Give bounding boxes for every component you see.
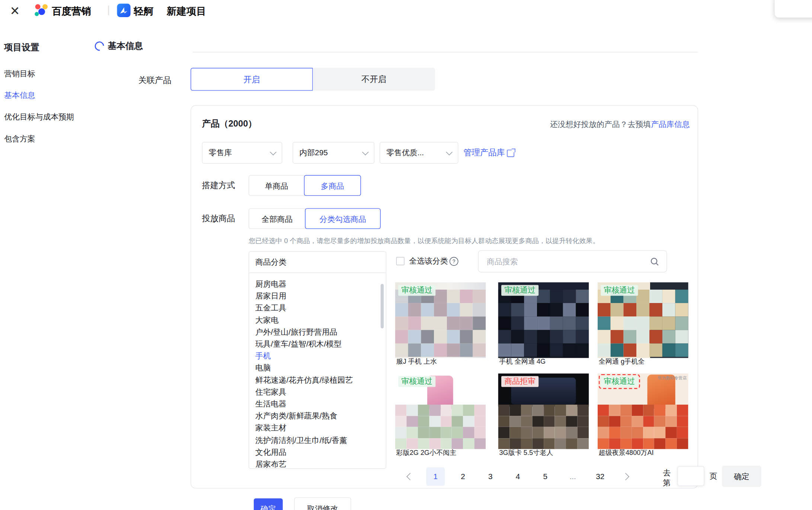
category-item[interactable]: 玩具/童车/益智/积木/模型 xyxy=(255,338,386,350)
page-button[interactable]: 2 xyxy=(454,467,472,486)
category-panel: 商品分类 厨房电器 居家日用 五金工具 大家电 户外/登山/旅行野营用品 玩具/… xyxy=(249,251,386,469)
delivery-by-category-button[interactable]: 分类勾选商品 xyxy=(305,208,381,229)
page-button[interactable]: 4 xyxy=(509,467,527,486)
section-divider xyxy=(193,52,698,52)
product-card[interactable]: 手机 全网通 4G 审核通过 xyxy=(498,282,589,365)
build-mode-single-button[interactable]: 单商品 xyxy=(249,175,304,196)
close-icon[interactable]: × xyxy=(10,1,19,21)
app-window: × 百度营销 | 轻舸 新建项目 项目设置 营销目标 基本信息 优化目标与成本预… xyxy=(0,0,812,510)
chevron-down-icon xyxy=(362,149,369,155)
product-card[interactable]: 服J 手机 上水 审核通过 xyxy=(395,282,486,365)
product-label: 服J 手机 上水 xyxy=(396,358,485,365)
category-item[interactable]: 文化用品 xyxy=(255,446,386,458)
build-mode-label: 搭建方式 xyxy=(202,180,235,191)
sidebar-item-included-plans[interactable]: 包含方案 xyxy=(4,134,35,144)
section-title: 基本信息 xyxy=(108,40,143,52)
product-card[interactable]: 华为数码专营店 超级夜景4800万AI 审核通过 xyxy=(598,373,688,456)
category-item[interactable]: 鲜花速递/花卉仿真/绿植园艺 xyxy=(255,374,386,386)
page-button[interactable]: 1 xyxy=(426,467,445,486)
manage-product-library-link[interactable]: 管理产品库 xyxy=(463,148,514,159)
brand-separator: | xyxy=(107,4,110,16)
catalog-dropdown-value: 内部295 xyxy=(299,148,328,157)
page-title: 新建项目 xyxy=(167,5,206,18)
category-item[interactable]: 生活电器 xyxy=(255,398,386,410)
status-badge: 审核通过 xyxy=(601,285,638,296)
product-search-input[interactable] xyxy=(486,256,650,266)
product-card[interactable]: 3G版卡 5.5寸老人 商品拒审 xyxy=(498,373,589,456)
sidebar-item-marketing-goal[interactable]: 营销目标 xyxy=(4,69,35,79)
selection-hint: 您已经选中 0 个商品，请您尽量多的增加投放商品数量，以便系统能为目标人群动态展… xyxy=(249,236,600,246)
account-card[interactable] xyxy=(775,0,812,17)
status-badge: 审核通过 xyxy=(398,285,435,296)
product-card[interactable]: 全网通 g手机全 审核通过 xyxy=(598,282,688,365)
quality-dropdown-value: 零售优质... xyxy=(386,148,424,157)
quality-dropdown[interactable]: 零售优质... xyxy=(380,142,458,163)
goto-page-prefix: 去第 xyxy=(663,468,672,488)
cancel-edit-button[interactable]: 取消修改 xyxy=(294,497,351,510)
brand-qingge-label: 轻舸 xyxy=(134,5,153,18)
catalog-dropdown[interactable]: 内部295 xyxy=(292,142,374,163)
chevron-down-icon xyxy=(270,149,276,155)
prefill-product-library-link[interactable]: 产品库信息 xyxy=(651,119,690,128)
page-button[interactable]: 5 xyxy=(536,467,554,486)
category-item[interactable]: 电脑 xyxy=(255,362,386,374)
manage-link-label: 管理产品库 xyxy=(463,148,505,159)
category-item[interactable]: 居家日用 xyxy=(255,290,386,302)
build-mode-multi-button[interactable]: 多商品 xyxy=(304,175,361,196)
category-item[interactable]: 五金工具 xyxy=(255,302,386,313)
product-label: 3G版卡 5.5寸老人 xyxy=(499,449,588,456)
search-icon xyxy=(650,257,659,266)
status-badge: 商品拒审 xyxy=(501,376,538,387)
related-product-label: 关联产品 xyxy=(138,75,172,86)
prev-page-button[interactable] xyxy=(403,467,418,486)
info-icon[interactable] xyxy=(450,257,458,266)
category-item-selected[interactable]: 手机 xyxy=(255,350,386,362)
product-label: 彩版2G 2G小不阅主 xyxy=(396,449,485,456)
category-item[interactable]: 户外/登山/旅行野营用品 xyxy=(255,326,386,338)
category-item[interactable]: 大家电 xyxy=(255,314,386,326)
brand-baidu-label: 百度营销 xyxy=(52,5,91,18)
page-button[interactable]: 32 xyxy=(591,467,610,486)
mosaic-overlay xyxy=(395,290,486,357)
mosaic-overlay xyxy=(598,290,688,357)
product-card[interactable]: 彩版2G 2G小不阅主 审核通过 xyxy=(395,373,486,456)
product-search xyxy=(478,250,667,272)
category-item[interactable]: 厨房电器 xyxy=(255,278,386,290)
prefill-text: 还没想好投放的产品？去预填 xyxy=(550,119,651,128)
library-dropdown[interactable]: 零售库 xyxy=(202,142,282,163)
category-item[interactable]: 居家布艺 xyxy=(255,458,386,469)
select-all-checkbox[interactable] xyxy=(396,257,405,265)
category-panel-header: 商品分类 xyxy=(249,252,386,273)
mosaic-overlay xyxy=(598,405,688,449)
sidebar-item-basic-info[interactable]: 基本信息 xyxy=(4,91,35,101)
status-badge: 审核通过 xyxy=(501,285,538,296)
related-product-on-button[interactable]: 开启 xyxy=(191,68,313,90)
product-label: 全网通 g手机全 xyxy=(599,358,687,365)
delivery-all-products-button[interactable]: 全部商品 xyxy=(249,208,306,229)
goto-confirm-button[interactable]: 确定 xyxy=(722,466,761,487)
delivery-mode-label: 投放商品 xyxy=(202,213,235,224)
library-dropdown-value: 零售库 xyxy=(209,148,232,157)
product-label: 手机 全网通 4G xyxy=(499,358,588,365)
sidebar-item-optimization-goal[interactable]: 优化目标与成本预期 xyxy=(4,112,74,122)
category-scrollbar[interactable] xyxy=(381,284,384,329)
category-item[interactable]: 家装主材 xyxy=(255,422,386,434)
goto-page-input[interactable] xyxy=(677,466,704,486)
goto-page-suffix: 页 xyxy=(709,471,717,481)
external-link-icon xyxy=(507,149,514,156)
store-watermark: 华为数码专营店 xyxy=(658,375,687,381)
next-page-button[interactable] xyxy=(618,467,633,486)
confirm-button[interactable]: 确定 xyxy=(254,498,283,510)
sidebar-title: 项目设置 xyxy=(4,41,39,53)
chevron-down-icon xyxy=(446,149,453,155)
category-item[interactable]: 住宅家具 xyxy=(255,386,386,398)
category-item[interactable]: 洗护清洁剂/卫生巾/纸/香薰 xyxy=(255,434,386,446)
product-panel-title: 产品（2000） xyxy=(202,118,257,130)
category-item[interactable]: 水产肉类/新鲜蔬果/熟食 xyxy=(255,410,386,422)
page-button[interactable]: 3 xyxy=(481,467,500,486)
step-progress-icon xyxy=(93,39,106,52)
mosaic-overlay xyxy=(498,290,589,357)
related-product-off-button[interactable]: 不开启 xyxy=(313,68,435,90)
status-badge: 审核通过 xyxy=(398,376,435,387)
pagination: 1 2 3 4 5 ... 32 xyxy=(403,467,633,486)
